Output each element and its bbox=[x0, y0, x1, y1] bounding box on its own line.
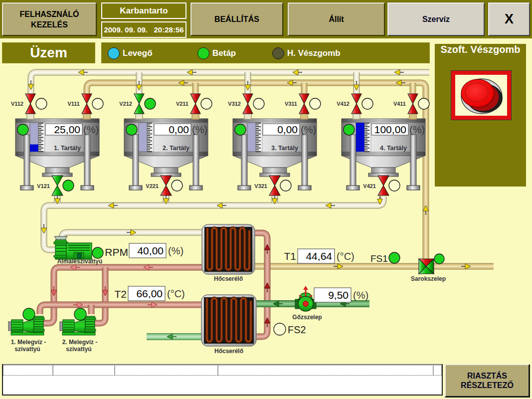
svg-text:(°C): (°C) bbox=[337, 251, 355, 262]
svg-text:1. Tartály: 1. Tartály bbox=[54, 145, 81, 152]
svg-text:V412: V412 bbox=[337, 101, 350, 107]
svg-text:66,00: 66,00 bbox=[136, 288, 163, 299]
svg-text:2. Tartály: 2. Tartály bbox=[163, 145, 189, 152]
svg-text:3. Tartály: 3. Tartály bbox=[271, 145, 298, 152]
svg-text:25,00: 25,00 bbox=[54, 124, 80, 135]
svg-text:(%): (%) bbox=[168, 245, 183, 256]
svg-text:100,00: 100,00 bbox=[374, 124, 406, 135]
svg-text:1. Melegvíz -: 1. Melegvíz - bbox=[11, 339, 46, 346]
svg-text:V212: V212 bbox=[119, 101, 132, 107]
svg-text:FS2: FS2 bbox=[288, 324, 306, 335]
svg-text:V121: V121 bbox=[37, 183, 50, 189]
svg-text:2. Melegvíz -: 2. Melegvíz - bbox=[62, 339, 98, 346]
svg-text:V221: V221 bbox=[146, 183, 159, 189]
svg-text:Almalészivattyú: Almalészivattyú bbox=[57, 258, 103, 265]
svg-text:T1: T1 bbox=[284, 250, 296, 262]
svg-text:V311: V311 bbox=[285, 101, 297, 107]
svg-text:szivattyú: szivattyú bbox=[14, 346, 40, 353]
svg-text:(%): (%) bbox=[301, 124, 316, 135]
svg-text:(%): (%) bbox=[192, 124, 207, 135]
svg-text:Gőzszelep: Gőzszelep bbox=[292, 314, 322, 321]
svg-text:RPM: RPM bbox=[105, 246, 128, 258]
svg-text:9,50: 9,50 bbox=[328, 289, 349, 301]
svg-text:(%): (%) bbox=[409, 124, 425, 135]
svg-text:(%): (%) bbox=[83, 124, 99, 135]
svg-text:V312: V312 bbox=[228, 101, 241, 107]
svg-text:V112: V112 bbox=[11, 101, 23, 107]
svg-text:Sarokszelep: Sarokszelep bbox=[411, 275, 446, 282]
svg-text:0,00: 0,00 bbox=[169, 124, 189, 135]
svg-text:T2: T2 bbox=[114, 288, 127, 300]
svg-text:szivattyú: szivattyú bbox=[66, 346, 91, 353]
svg-text:V211: V211 bbox=[176, 101, 188, 107]
svg-text:0,00: 0,00 bbox=[277, 124, 298, 135]
svg-text:FS1: FS1 bbox=[370, 253, 388, 264]
svg-text:V321: V321 bbox=[254, 183, 267, 189]
svg-text:(°C): (°C) bbox=[167, 288, 185, 299]
svg-text:V421: V421 bbox=[363, 183, 376, 189]
svg-text:V411: V411 bbox=[393, 101, 406, 107]
svg-text:Hőcserélő: Hőcserélő bbox=[214, 275, 243, 282]
svg-text:44,64: 44,64 bbox=[306, 250, 332, 262]
svg-text:40,00: 40,00 bbox=[137, 245, 164, 256]
svg-text:Hőcserélő: Hőcserélő bbox=[214, 348, 243, 355]
svg-text:4. Tartály: 4. Tartály bbox=[380, 145, 407, 152]
svg-text:(%): (%) bbox=[353, 290, 368, 301]
svg-text:V111: V111 bbox=[68, 101, 80, 107]
